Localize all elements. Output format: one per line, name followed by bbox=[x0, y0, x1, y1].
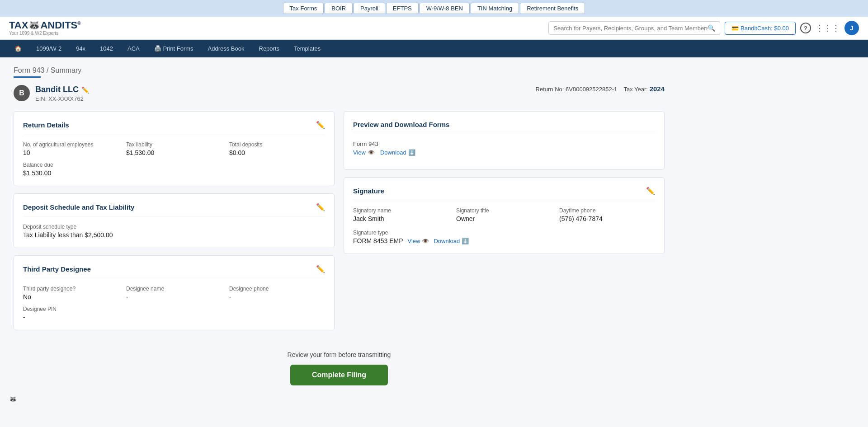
form-943-download-link[interactable]: Download ⬇️ bbox=[380, 149, 415, 156]
deposit-type-label: Deposit schedule type bbox=[23, 224, 325, 230]
right-column: Preview and Download Forms Form 943 View… bbox=[344, 111, 665, 338]
left-column: Return Details ✏️ No. of agricultural em… bbox=[14, 111, 335, 338]
third-party-card: Third Party Designee ✏️ Third party desi… bbox=[14, 255, 335, 330]
company-edit-icon[interactable]: ✏️ bbox=[81, 86, 89, 94]
deposit-schedule-title: Deposit Schedule and Tax Liability bbox=[23, 203, 134, 211]
company-name-row: Bandit LLC ✏️ bbox=[35, 85, 89, 94]
signature-header: Signature ✏️ bbox=[353, 187, 655, 200]
field-designee-phone: Designee phone - bbox=[229, 286, 325, 300]
main-content: Form 943 / Summary B Bandit LLC ✏️ EIN: … bbox=[0, 57, 678, 404]
field-signatory-title: Signatory title Owner bbox=[456, 207, 552, 222]
form-name: Form 943 bbox=[14, 66, 44, 74]
third-party-edit-icon[interactable]: ✏️ bbox=[316, 265, 325, 273]
signature-type-row: FORM 8453 EMP View 👁️ Download ⬇️ bbox=[353, 237, 655, 244]
topbar-tax-forms[interactable]: Tax Forms bbox=[283, 3, 324, 14]
field-balance-due-value: $1,530.00 bbox=[23, 169, 325, 177]
subnav-94x[interactable]: 94x bbox=[69, 40, 93, 57]
breadcrumb-page: Summary bbox=[51, 66, 81, 74]
search-input[interactable] bbox=[553, 25, 708, 32]
field-total-deposits: Total deposits $0.00 bbox=[229, 141, 325, 156]
return-details-edit-icon[interactable]: ✏️ bbox=[316, 121, 325, 129]
topbar-tin-matching[interactable]: TIN Matching bbox=[471, 3, 519, 14]
complete-filing-button[interactable]: Complete Filing bbox=[290, 365, 388, 385]
breadcrumb: Form 943 / Summary bbox=[14, 66, 665, 75]
breadcrumb-underline bbox=[14, 76, 41, 78]
deposit-schedule-card: Deposit Schedule and Tax Liability ✏️ De… bbox=[14, 193, 335, 248]
subnav-templates[interactable]: Templates bbox=[287, 40, 328, 57]
field-agricultural-employees-label: No. of agricultural employees bbox=[23, 141, 119, 148]
sig-view-link[interactable]: View 👁️ bbox=[407, 238, 429, 244]
preview-download-header: Preview and Download Forms bbox=[353, 121, 655, 133]
form-943-item: Form 943 View 👁️ Download ⬇️ bbox=[353, 141, 655, 156]
form-943-view-link[interactable]: View 👁️ bbox=[353, 149, 375, 156]
field-daytime-phone-value: (576) 476-7874 bbox=[559, 215, 655, 222]
grid-icon[interactable]: ⋮⋮⋮ bbox=[816, 23, 840, 33]
logo: TAX🦝ANDITS® Your 1099 & W2 Experts bbox=[9, 20, 81, 36]
third-party-fields: Third party designee? No Designee name -… bbox=[23, 286, 325, 300]
deposit-schedule-header: Deposit Schedule and Tax Liability ✏️ bbox=[23, 203, 325, 216]
sig-download-link[interactable]: Download ⬇️ bbox=[434, 238, 469, 244]
topbar-w9-w8ben[interactable]: W-9/W-8 BEN bbox=[420, 3, 470, 14]
field-designee-pin: Designee PIN - bbox=[23, 306, 325, 321]
mascot: 🦝 bbox=[9, 395, 32, 404]
help-icon[interactable]: ? bbox=[800, 23, 811, 33]
field-signatory-title-label: Signatory title bbox=[456, 207, 552, 214]
main-header: TAX🦝ANDITS® Your 1099 & W2 Experts 🔍 💳 B… bbox=[0, 17, 868, 40]
topbar-payroll[interactable]: Payroll bbox=[354, 3, 385, 14]
subnav-1099-w2[interactable]: 1099/W-2 bbox=[29, 40, 69, 57]
field-signature-type-label: Signature type bbox=[353, 230, 655, 236]
form-943-name: Form 943 bbox=[353, 141, 655, 147]
sub-navigation: 🏠 1099/W-2 94x 1042 ACA 🖨️ Print Forms A… bbox=[0, 40, 868, 57]
home-nav-item[interactable]: 🏠 bbox=[7, 40, 29, 57]
third-party-header: Third Party Designee ✏️ bbox=[23, 265, 325, 278]
subnav-1042[interactable]: 1042 bbox=[93, 40, 120, 57]
content-grid: Return Details ✏️ No. of agricultural em… bbox=[14, 111, 665, 338]
return-no-label: Return No: bbox=[536, 86, 564, 93]
cta-text: Review your form before transmitting bbox=[14, 351, 665, 358]
field-tax-liability: Tax liability $1,530.00 bbox=[126, 141, 222, 156]
subnav-aca[interactable]: ACA bbox=[120, 40, 147, 57]
deposit-schedule-edit-icon[interactable]: ✏️ bbox=[316, 203, 325, 211]
third-party-title: Third Party Designee bbox=[23, 265, 91, 273]
signature-card: Signature ✏️ Signatory name Jack Smith S… bbox=[344, 177, 665, 254]
top-navigation-bar: Tax Forms BOIR Payroll EFTPS W-9/W-8 BEN… bbox=[0, 0, 868, 17]
field-designee-phone-value: - bbox=[229, 293, 325, 300]
signature-title: Signature bbox=[353, 187, 384, 195]
field-tax-liability-value: $1,530.00 bbox=[126, 149, 222, 156]
field-balance-due: Balance due $1,530.00 bbox=[23, 162, 325, 177]
bandit-cash-button[interactable]: 💳 BanditCash: $0.00 bbox=[725, 22, 796, 35]
return-no: 6V000092522852-1 bbox=[566, 86, 617, 93]
avatar[interactable]: J bbox=[844, 21, 859, 35]
company-row: B Bandit LLC ✏️ EIN: XX-XXXX762 Return N… bbox=[14, 85, 665, 102]
field-designee-name-label: Designee name bbox=[126, 286, 222, 292]
topbar-retirement[interactable]: Retirement Benefits bbox=[520, 3, 585, 14]
field-agricultural-employees-value: 10 bbox=[23, 149, 119, 156]
view-label: View bbox=[353, 149, 366, 156]
field-total-deposits-value: $0.00 bbox=[229, 149, 325, 156]
brand-name: TAX🦝ANDITS® bbox=[9, 20, 81, 30]
field-signature-type-value: FORM 8453 EMP bbox=[353, 237, 403, 244]
search-box[interactable]: 🔍 bbox=[548, 21, 720, 35]
bottom-cta: Review your form before transmitting Com… bbox=[14, 338, 665, 394]
sig-download-icon: ⬇️ bbox=[462, 238, 469, 244]
subnav-address-book[interactable]: Address Book bbox=[201, 40, 252, 57]
deposit-type-value: Tax Liability less than $2,500.00 bbox=[23, 231, 325, 239]
field-third-party-designee: Third party designee? No bbox=[23, 286, 119, 300]
field-agricultural-employees: No. of agricultural employees 10 bbox=[23, 141, 119, 156]
subnav-reports[interactable]: Reports bbox=[252, 40, 287, 57]
field-designee-name-value: - bbox=[126, 293, 222, 300]
field-balance-due-label: Balance due bbox=[23, 162, 325, 168]
subnav-print-forms[interactable]: 🖨️ Print Forms bbox=[147, 40, 201, 57]
tax-year-label: Tax Year: bbox=[624, 86, 648, 93]
field-daytime-phone: Daytime phone (576) 476-7874 bbox=[559, 207, 655, 222]
breadcrumb-separator: / bbox=[47, 66, 51, 74]
download-icon: ⬇️ bbox=[408, 149, 415, 156]
return-details-title: Return Details bbox=[23, 121, 69, 129]
signature-edit-icon[interactable]: ✏️ bbox=[646, 187, 655, 195]
home-icon: 🏠 bbox=[14, 45, 22, 52]
download-label: Download bbox=[380, 149, 406, 156]
topbar-eftps[interactable]: EFTPS bbox=[386, 3, 419, 14]
topbar-boir[interactable]: BOIR bbox=[325, 3, 353, 14]
tax-year: 2024 bbox=[650, 85, 665, 93]
company-avatar: B bbox=[14, 85, 30, 101]
